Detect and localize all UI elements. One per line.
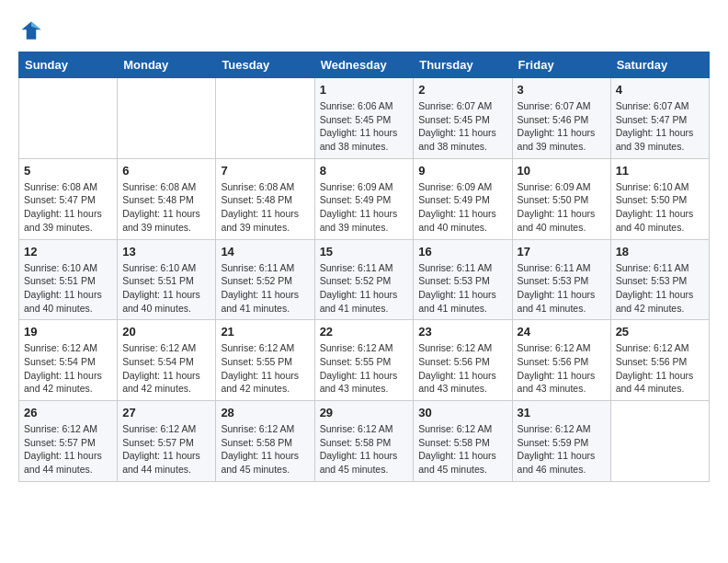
calendar-day-cell: 22Sunrise: 6:12 AM Sunset: 5:55 PM Dayli… (314, 320, 414, 401)
calendar-week-row: 1Sunrise: 6:06 AM Sunset: 5:45 PM Daylig… (19, 78, 710, 159)
day-info: Sunrise: 6:12 AM Sunset: 5:55 PM Dayligh… (221, 341, 309, 396)
day-info: Sunrise: 6:11 AM Sunset: 5:53 PM Dayligh… (518, 261, 606, 316)
day-info: Sunrise: 6:10 AM Sunset: 5:51 PM Dayligh… (24, 261, 112, 316)
day-number: 9 (418, 164, 506, 178)
weekday-header-wednesday: Wednesday (314, 52, 414, 78)
day-info: Sunrise: 6:11 AM Sunset: 5:52 PM Dayligh… (221, 261, 309, 316)
day-number: 22 (320, 325, 409, 339)
weekday-header-thursday: Thursday (414, 52, 512, 78)
calendar-day-cell: 26Sunrise: 6:12 AM Sunset: 5:57 PM Dayli… (19, 401, 118, 482)
calendar-day-cell (118, 78, 216, 159)
day-number: 19 (24, 325, 112, 339)
calendar-week-row: 19Sunrise: 6:12 AM Sunset: 5:54 PM Dayli… (19, 320, 710, 401)
day-number: 26 (24, 406, 112, 419)
day-number: 12 (24, 245, 112, 259)
day-number: 31 (518, 406, 606, 419)
logo (18, 18, 48, 44)
day-info: Sunrise: 6:12 AM Sunset: 5:58 PM Dayligh… (418, 422, 506, 477)
day-number: 25 (616, 325, 704, 339)
calendar-day-cell: 14Sunrise: 6:11 AM Sunset: 5:52 PM Dayli… (216, 239, 314, 320)
calendar-day-cell: 1Sunrise: 6:06 AM Sunset: 5:45 PM Daylig… (314, 78, 414, 159)
calendar-day-cell: 5Sunrise: 6:08 AM Sunset: 5:47 PM Daylig… (19, 158, 118, 239)
day-info: Sunrise: 6:12 AM Sunset: 5:55 PM Dayligh… (320, 341, 409, 396)
calendar-day-cell: 6Sunrise: 6:08 AM Sunset: 5:48 PM Daylig… (118, 158, 216, 239)
calendar-day-cell (216, 78, 314, 159)
day-info: Sunrise: 6:11 AM Sunset: 5:52 PM Dayligh… (320, 261, 409, 316)
calendar-day-cell: 21Sunrise: 6:12 AM Sunset: 5:55 PM Dayli… (216, 320, 314, 401)
calendar-day-cell: 16Sunrise: 6:11 AM Sunset: 5:53 PM Dayli… (414, 239, 512, 320)
day-number: 23 (418, 325, 506, 339)
day-number: 8 (320, 164, 409, 178)
calendar-day-cell: 4Sunrise: 6:07 AM Sunset: 5:47 PM Daylig… (610, 78, 709, 159)
day-number: 7 (221, 164, 309, 178)
day-info: Sunrise: 6:10 AM Sunset: 5:51 PM Dayligh… (122, 261, 210, 316)
day-number: 20 (122, 325, 210, 339)
calendar-day-cell: 30Sunrise: 6:12 AM Sunset: 5:58 PM Dayli… (414, 401, 512, 482)
day-info: Sunrise: 6:12 AM Sunset: 5:57 PM Dayligh… (24, 422, 112, 477)
calendar-day-cell: 2Sunrise: 6:07 AM Sunset: 5:45 PM Daylig… (414, 78, 512, 159)
day-info: Sunrise: 6:07 AM Sunset: 5:45 PM Dayligh… (418, 99, 506, 154)
calendar-day-cell: 9Sunrise: 6:09 AM Sunset: 5:49 PM Daylig… (414, 158, 512, 239)
day-number: 29 (320, 406, 409, 419)
day-info: Sunrise: 6:07 AM Sunset: 5:46 PM Dayligh… (518, 99, 606, 154)
calendar-day-cell: 19Sunrise: 6:12 AM Sunset: 5:54 PM Dayli… (19, 320, 118, 401)
calendar-week-row: 5Sunrise: 6:08 AM Sunset: 5:47 PM Daylig… (19, 158, 710, 239)
calendar-day-cell: 3Sunrise: 6:07 AM Sunset: 5:46 PM Daylig… (512, 78, 610, 159)
day-number: 14 (221, 245, 309, 259)
day-number: 13 (122, 245, 210, 259)
day-info: Sunrise: 6:12 AM Sunset: 5:58 PM Dayligh… (320, 422, 409, 477)
day-number: 4 (616, 83, 704, 97)
calendar-day-cell: 10Sunrise: 6:09 AM Sunset: 5:50 PM Dayli… (512, 158, 610, 239)
calendar-week-row: 12Sunrise: 6:10 AM Sunset: 5:51 PM Dayli… (19, 239, 710, 320)
day-number: 27 (122, 406, 210, 419)
day-number: 21 (221, 325, 309, 339)
calendar-day-cell: 24Sunrise: 6:12 AM Sunset: 5:56 PM Dayli… (512, 320, 610, 401)
calendar-day-cell: 25Sunrise: 6:12 AM Sunset: 5:56 PM Dayli… (610, 320, 709, 401)
day-info: Sunrise: 6:12 AM Sunset: 5:54 PM Dayligh… (122, 341, 210, 396)
day-number: 15 (320, 245, 409, 259)
calendar-day-cell (19, 78, 118, 159)
day-number: 16 (418, 245, 506, 259)
day-info: Sunrise: 6:09 AM Sunset: 5:49 PM Dayligh… (418, 180, 506, 235)
calendar-day-cell (610, 401, 709, 482)
day-number: 1 (320, 83, 409, 97)
day-number: 30 (418, 406, 506, 419)
day-info: Sunrise: 6:12 AM Sunset: 5:56 PM Dayligh… (616, 341, 704, 396)
calendar-day-cell: 29Sunrise: 6:12 AM Sunset: 5:58 PM Dayli… (314, 401, 414, 482)
weekday-header-friday: Friday (512, 52, 610, 78)
weekday-header-row: SundayMondayTuesdayWednesdayThursdayFrid… (19, 52, 710, 78)
day-number: 6 (122, 164, 210, 178)
day-info: Sunrise: 6:12 AM Sunset: 5:54 PM Dayligh… (24, 341, 112, 396)
day-number: 5 (24, 164, 112, 178)
page-header (18, 18, 710, 44)
calendar-week-row: 26Sunrise: 6:12 AM Sunset: 5:57 PM Dayli… (19, 401, 710, 482)
day-info: Sunrise: 6:12 AM Sunset: 5:59 PM Dayligh… (518, 422, 606, 477)
day-number: 18 (616, 245, 704, 259)
weekday-header-tuesday: Tuesday (216, 52, 314, 78)
day-number: 28 (221, 406, 309, 419)
calendar-day-cell: 20Sunrise: 6:12 AM Sunset: 5:54 PM Dayli… (118, 320, 216, 401)
calendar-day-cell: 11Sunrise: 6:10 AM Sunset: 5:50 PM Dayli… (610, 158, 709, 239)
day-info: Sunrise: 6:08 AM Sunset: 5:48 PM Dayligh… (122, 180, 210, 235)
day-info: Sunrise: 6:12 AM Sunset: 5:56 PM Dayligh… (418, 341, 506, 396)
day-info: Sunrise: 6:08 AM Sunset: 5:48 PM Dayligh… (221, 180, 309, 235)
day-info: Sunrise: 6:11 AM Sunset: 5:53 PM Dayligh… (418, 261, 506, 316)
day-number: 17 (518, 245, 606, 259)
day-info: Sunrise: 6:09 AM Sunset: 5:50 PM Dayligh… (518, 180, 606, 235)
calendar-day-cell: 28Sunrise: 6:12 AM Sunset: 5:58 PM Dayli… (216, 401, 314, 482)
day-info: Sunrise: 6:09 AM Sunset: 5:49 PM Dayligh… (320, 180, 409, 235)
calendar-day-cell: 7Sunrise: 6:08 AM Sunset: 5:48 PM Daylig… (216, 158, 314, 239)
day-number: 10 (518, 164, 606, 178)
weekday-header-monday: Monday (118, 52, 216, 78)
calendar-day-cell: 13Sunrise: 6:10 AM Sunset: 5:51 PM Dayli… (118, 239, 216, 320)
weekday-header-saturday: Saturday (610, 52, 709, 78)
calendar-day-cell: 12Sunrise: 6:10 AM Sunset: 5:51 PM Dayli… (19, 239, 118, 320)
day-info: Sunrise: 6:11 AM Sunset: 5:53 PM Dayligh… (616, 261, 704, 316)
calendar-day-cell: 23Sunrise: 6:12 AM Sunset: 5:56 PM Dayli… (414, 320, 512, 401)
logo-icon (18, 18, 44, 44)
day-info: Sunrise: 6:12 AM Sunset: 5:57 PM Dayligh… (122, 422, 210, 477)
day-number: 24 (518, 325, 606, 339)
day-info: Sunrise: 6:07 AM Sunset: 5:47 PM Dayligh… (616, 99, 704, 154)
day-info: Sunrise: 6:12 AM Sunset: 5:58 PM Dayligh… (221, 422, 309, 477)
day-info: Sunrise: 6:12 AM Sunset: 5:56 PM Dayligh… (518, 341, 606, 396)
